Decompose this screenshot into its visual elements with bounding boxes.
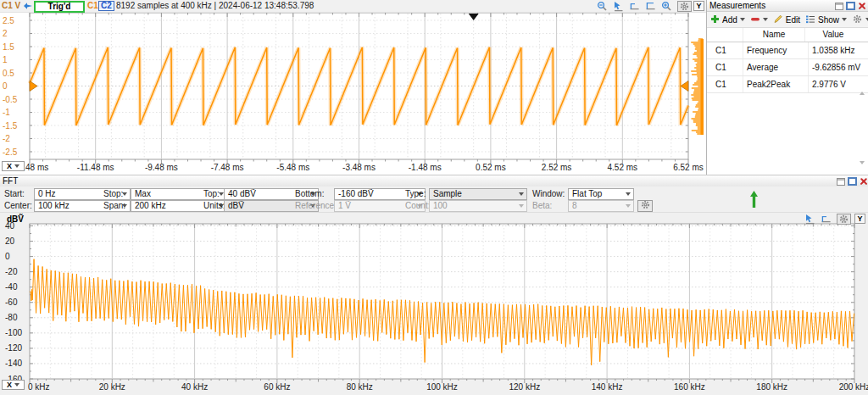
- scope-x-tick-label: -3.48 ms: [342, 163, 376, 172]
- edit-measurement-button[interactable]: Edit: [773, 14, 800, 25]
- fft-x-tick-label: 60 kHz: [264, 382, 290, 392]
- fft-titlebar: FFT: [0, 175, 868, 187]
- fft-bottom-value: -160 dBṼ: [338, 189, 374, 198]
- chevron-down-icon: [740, 18, 745, 21]
- fit-width-icon[interactable]: [821, 214, 832, 225]
- fft-type-select[interactable]: Sample: [429, 188, 527, 200]
- fft-y-tick-label: -100: [5, 328, 22, 337]
- scope-x-tick-label: 0.52 ms: [476, 163, 506, 172]
- scope-x-tick-label: -1.48 ms: [409, 163, 442, 172]
- scope-y-tick-label: 2: [3, 29, 8, 38]
- fft-count-value: 100: [433, 201, 448, 210]
- scroll-down-icon[interactable]: [860, 161, 865, 164]
- zoom-in-icon[interactable]: [661, 1, 672, 12]
- scroll-up-icon[interactable]: [860, 92, 865, 95]
- fft-x-tick-label: 20 kHz: [99, 382, 125, 392]
- gear-icon: [852, 14, 863, 26]
- chevron-down-icon: [519, 192, 524, 196]
- measurement-value: 2.9776 V: [809, 76, 868, 92]
- fft-reference-label: Reference:: [295, 200, 337, 211]
- fft-beta-value: 8: [572, 201, 577, 210]
- zoom-pointer-icon[interactable]: [804, 214, 815, 225]
- channel-axis-unit-label[interactable]: C1 V: [2, 0, 20, 12]
- maximize-window-icon[interactable]: [846, 2, 855, 10]
- scope-waveform-chart[interactable]: 2.521.510.50-0.5-1-1.5-2-2.5-13.48 ms-11…: [0, 0, 706, 175]
- fft-settings-gear-button[interactable]: [637, 200, 653, 212]
- fft-y-tick-label: -20: [5, 267, 18, 276]
- fit-height-icon[interactable]: [645, 1, 656, 12]
- scope-panel: 2.521.510.50-0.5-1-1.5-2-2.5-13.48 ms-11…: [0, 0, 706, 175]
- restore-window-icon[interactable]: [837, 178, 845, 186]
- fft-y-tick-label: -40: [5, 282, 18, 292]
- show-measurement-button[interactable]: Show: [805, 14, 847, 25]
- restore-window-icon[interactable]: [835, 3, 843, 10]
- measurements-title: Measurements: [709, 1, 765, 10]
- channel2-tab[interactable]: C2: [98, 1, 114, 11]
- scope-toolbar: C1 V Trig'd C1 C2 8192 samples at 400 kH…: [0, 0, 706, 13]
- fft-y-unit-label: dBṼ: [7, 214, 24, 224]
- fft-chart-toolbar-icons: [804, 214, 851, 225]
- trigger-status-badge: Trig'd: [34, 1, 85, 13]
- scope-x-tick-label: -11.48 ms: [77, 163, 114, 172]
- close-window-icon[interactable]: [858, 3, 866, 10]
- edit-measurement-label: Edit: [786, 15, 800, 25]
- fft-panel: 40200-20-40-60-80-100-120-140-1600 kHz20…: [0, 175, 868, 395]
- fft-x-tick-label: 160 kHz: [674, 382, 705, 392]
- zoom-out-icon[interactable]: [597, 1, 608, 12]
- zoom-pointer-icon[interactable]: [613, 1, 624, 12]
- fft-count-label: Count:: [405, 200, 430, 211]
- remove-measurement-button[interactable]: [750, 14, 768, 25]
- add-measurement-button[interactable]: Add: [710, 14, 745, 25]
- fft-window-select[interactable]: Flat Top: [568, 188, 634, 200]
- scope-y-tick-label: 2.5: [3, 16, 14, 25]
- arrow-up-icon[interactable]: [749, 188, 759, 212]
- window-buttons: [837, 177, 868, 186]
- chevron-down-icon: [842, 18, 847, 21]
- measurement-row[interactable]: C1Peak2Peak2.9776 V: [707, 76, 868, 93]
- maximize-window-icon[interactable]: [848, 177, 857, 186]
- channel-activity-bar: [691, 39, 704, 135]
- fft-y-tick-label: -140: [5, 359, 22, 368]
- measurement-source: C1: [707, 76, 743, 92]
- name-column-header[interactable]: Name: [743, 28, 805, 42]
- settings-icon[interactable]: [677, 1, 692, 12]
- measurement-row[interactable]: C1Average-9.62856 mV: [707, 59, 868, 76]
- scope-y-axis-button[interactable]: Y: [693, 1, 704, 11]
- close-window-icon[interactable]: [860, 178, 868, 186]
- fit-width-icon[interactable]: [629, 1, 640, 12]
- chevron-down-icon: [519, 204, 524, 208]
- fft-count-select[interactable]: 100: [429, 200, 527, 212]
- fft-x-tick-label: 100 kHz: [426, 382, 458, 392]
- run-arrow-icon[interactable]: [23, 1, 34, 13]
- measurement-name: Average: [743, 59, 809, 75]
- fft-y-tick-label: 0: [5, 252, 10, 261]
- measurements-header-row: Name Value: [707, 28, 868, 42]
- fft-y-axis-button[interactable]: Y: [854, 214, 865, 224]
- scope-chart-toolbar-icons: [597, 1, 692, 12]
- scope-y-tick-label: 0: [3, 81, 8, 91]
- scope-x-axis-button[interactable]: X: [2, 161, 25, 171]
- value-column-header[interactable]: Value: [805, 28, 861, 42]
- fft-type-label: Type:: [405, 188, 426, 199]
- scope-x-tick-label: -9.48 ms: [145, 163, 178, 172]
- fft-beta-select[interactable]: 8: [568, 200, 634, 212]
- scope-y-tick-label: -0.5: [3, 95, 18, 104]
- fft-reference-value: 1 Ṽ: [338, 201, 351, 210]
- fft-center-label: Center:: [4, 200, 32, 211]
- chevron-down-icon: [626, 204, 631, 208]
- source-column-header: [707, 28, 743, 42]
- scope-y-tick-label: 1: [3, 55, 8, 64]
- window-buttons: [835, 2, 866, 10]
- fft-bottom-label: Bottom:: [295, 188, 324, 199]
- fft-x-axis-button-label: X: [7, 381, 12, 389]
- measurements-table: Name Value C1Frequency1.0358 kHzC1Averag…: [707, 28, 868, 93]
- fft-top-value: 40 dBṼ: [228, 189, 256, 198]
- fft-x-axis-button[interactable]: X: [2, 380, 25, 390]
- measurement-row[interactable]: C1Frequency1.0358 kHz: [707, 42, 868, 59]
- list-icon: [805, 14, 815, 25]
- settings-icon[interactable]: [837, 214, 851, 225]
- channel1-tab[interactable]: C1: [87, 0, 98, 12]
- measurement-source: C1: [707, 59, 743, 75]
- measurement-settings-button[interactable]: [852, 14, 868, 26]
- measurement-source: C1: [707, 42, 743, 58]
